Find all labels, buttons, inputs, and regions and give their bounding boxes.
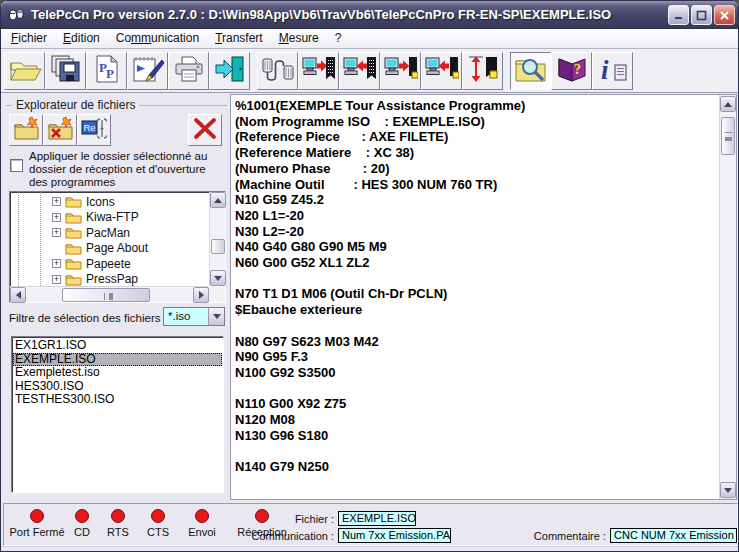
program-line: N40 G40 G80 G90 M5 M9 bbox=[235, 239, 719, 255]
printer-icon bbox=[173, 55, 205, 87]
tree-item-label: PacMan bbox=[86, 226, 130, 240]
program-line: (Nom Programme ISO : EXEMPLE.ISO) bbox=[235, 114, 719, 130]
new-folder-button[interactable] bbox=[9, 114, 43, 146]
machine-to-pc-icon bbox=[425, 55, 459, 87]
menu-item-mesure[interactable]: Mesure bbox=[271, 29, 327, 48]
menu-item-help[interactable]: ? bbox=[327, 29, 350, 48]
file-list[interactable]: EX1GR1.ISOEXEMPLE.ISOExempletest.isoHES3… bbox=[11, 336, 224, 493]
scroll-down-button[interactable] bbox=[210, 270, 226, 286]
maximize-button[interactable] bbox=[691, 5, 712, 25]
about-button[interactable]: i bbox=[592, 52, 633, 90]
floppy-stack-icon bbox=[50, 55, 82, 87]
tape-to-pc-icon bbox=[343, 55, 377, 87]
menu-item-edition[interactable]: Edition bbox=[55, 29, 108, 48]
scroll-thumb[interactable] bbox=[721, 117, 735, 155]
led-label: Port Fermé bbox=[9, 526, 64, 538]
expand-icon[interactable]: + bbox=[52, 197, 61, 206]
file-item[interactable]: HES300.ISO bbox=[13, 380, 222, 394]
communication-label: Communication : bbox=[219, 530, 334, 542]
tree-item-page-about[interactable]: +Page About bbox=[10, 241, 209, 257]
led-label: CD bbox=[74, 526, 90, 538]
info-icon: i bbox=[597, 55, 629, 87]
file-explorer-button[interactable] bbox=[510, 52, 551, 90]
combo-dropdown-button[interactable] bbox=[208, 308, 224, 325]
filter-combobox[interactable]: *.iso bbox=[163, 307, 225, 326]
print-setup-button[interactable]: PP bbox=[86, 52, 127, 90]
file-item[interactable]: EX1GR1.ISO bbox=[13, 339, 222, 353]
editor-vertical-scrollbar[interactable] bbox=[719, 95, 736, 499]
menu-item-fichier[interactable]: Fichier bbox=[3, 29, 55, 48]
filter-label: Filtre de sélection des fichiers : bbox=[9, 312, 167, 324]
window-frame[interactable] bbox=[1, 546, 739, 552]
svg-text:i: i bbox=[601, 55, 609, 83]
file-item[interactable]: Exempletest.iso bbox=[13, 366, 222, 380]
scroll-up-button[interactable] bbox=[210, 192, 226, 208]
arrow-left-icon bbox=[16, 291, 21, 299]
receive-from-cnc-button[interactable] bbox=[339, 52, 380, 90]
folder-icon bbox=[65, 195, 82, 208]
expand-icon[interactable]: + bbox=[52, 213, 61, 222]
rename-button[interactable]: Re bbox=[77, 114, 111, 146]
expand-icon[interactable]: + bbox=[52, 259, 61, 268]
exit-door-icon bbox=[214, 55, 246, 87]
menu-item-communication[interactable]: Communication bbox=[108, 29, 207, 48]
scroll-down-button[interactable] bbox=[720, 482, 736, 498]
directory-tree[interactable]: +Icons+Kiwa-FTP+PacMan+Page About+Papeet… bbox=[9, 191, 226, 303]
open-file-button[interactable] bbox=[4, 52, 45, 90]
apply-folder-checkbox[interactable] bbox=[10, 159, 23, 172]
edit-program-button[interactable] bbox=[127, 52, 168, 90]
menu-bar: FichierEditionCommunicationTransfertMesu… bbox=[1, 29, 739, 49]
tree-item-presspap[interactable]: +PressPap bbox=[10, 272, 209, 287]
window-title: TelePcCn Pro version 2.7.0 : D:\Win98App… bbox=[31, 7, 611, 22]
file-explorer-panel: Explorateur de fichiers Re Appliquer le … bbox=[4, 96, 230, 501]
save-button[interactable] bbox=[45, 52, 86, 90]
tree-horizontal-scrollbar[interactable] bbox=[10, 286, 209, 302]
program-line: N10 G59 Z45.2 bbox=[235, 192, 719, 208]
file-item[interactable]: EXEMPLE.ISO bbox=[13, 353, 222, 367]
send-to-machine-button[interactable] bbox=[380, 52, 421, 90]
delete-folder-button[interactable] bbox=[43, 114, 77, 146]
send-to-cnc-button[interactable] bbox=[298, 52, 339, 90]
close-red-x-icon bbox=[192, 117, 218, 144]
led-label: CTS bbox=[147, 526, 169, 538]
led-port-ferm: Port Fermé bbox=[8, 509, 66, 538]
minimize-button[interactable] bbox=[668, 5, 689, 25]
notepad-icon bbox=[131, 55, 165, 87]
led-label: Envoi bbox=[188, 526, 216, 538]
program-line: (Numero Phase : 20) bbox=[235, 161, 719, 177]
tree-item-icons[interactable]: +Icons bbox=[10, 194, 209, 210]
scroll-right-button[interactable] bbox=[193, 287, 209, 303]
close-button[interactable] bbox=[714, 5, 735, 25]
exit-button[interactable] bbox=[209, 52, 250, 90]
program-editor[interactable]: %1001(EXEMPLE Tour Assistance Programme)… bbox=[230, 94, 737, 500]
scroll-left-button[interactable] bbox=[10, 287, 26, 303]
program-line: N130 G96 S180 bbox=[235, 428, 719, 444]
tree-item-kiwa-ftp[interactable]: +Kiwa-FTP bbox=[10, 210, 209, 226]
tape-length-button[interactable] bbox=[462, 52, 503, 90]
filter-value: *.iso bbox=[164, 308, 208, 325]
expand-icon[interactable]: + bbox=[52, 275, 61, 284]
scroll-up-button[interactable] bbox=[720, 96, 736, 112]
program-line: N20 L1=-20 bbox=[235, 208, 719, 224]
help-button[interactable]: ? bbox=[551, 52, 592, 90]
folder-open-icon bbox=[8, 55, 42, 87]
tree-item-papeete[interactable]: +Papeete bbox=[10, 256, 209, 272]
led-cts: CTS bbox=[138, 509, 178, 538]
scroll-thumb[interactable] bbox=[211, 239, 225, 254]
menu-item-transfert[interactable]: Transfert bbox=[207, 29, 271, 48]
receive-from-machine-button[interactable] bbox=[421, 52, 462, 90]
folder-icon bbox=[65, 226, 82, 239]
close-explorer-button[interactable] bbox=[188, 114, 222, 146]
file-item[interactable]: TESTHES300.ISO bbox=[13, 393, 222, 407]
com-port-button[interactable] bbox=[257, 52, 298, 90]
scrollbar-corner bbox=[209, 286, 225, 302]
tree-vertical-scrollbar[interactable] bbox=[209, 192, 225, 286]
expand-icon[interactable]: + bbox=[52, 228, 61, 237]
scroll-thumb[interactable] bbox=[62, 288, 150, 302]
title-bar[interactable]: TelePcCn Pro version 2.7.0 : D:\Win98App… bbox=[1, 1, 739, 29]
explorer-group-title: Explorateur de fichiers bbox=[12, 98, 139, 112]
program-text[interactable]: %1001(EXEMPLE Tour Assistance Programme)… bbox=[231, 95, 719, 499]
arrow-up-icon bbox=[214, 198, 222, 203]
tree-item-pacman[interactable]: +PacMan bbox=[10, 225, 209, 241]
print-button[interactable] bbox=[168, 52, 209, 90]
